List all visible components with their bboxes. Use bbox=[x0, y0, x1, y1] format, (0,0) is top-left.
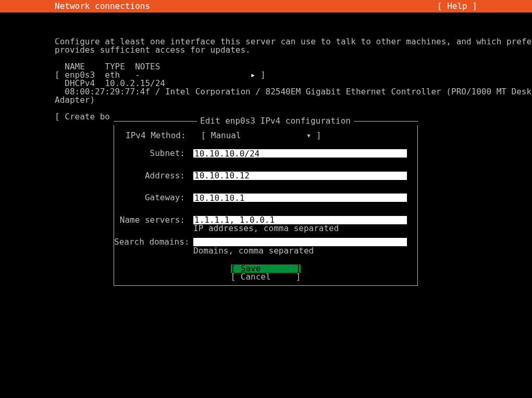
page: Configure at least one interface this se… bbox=[0, 13, 532, 138]
address-label: Address: bbox=[114, 172, 193, 180]
subnet-label: Subnet: bbox=[114, 149, 193, 158]
gateway-label: Gateway: bbox=[114, 194, 193, 202]
cancel-button[interactable]: [ Cancel ] bbox=[231, 273, 301, 281]
title-bar: Network connections [ Help ] bbox=[0, 0, 532, 13]
intro-line-2: provides sufficient access for updates. bbox=[55, 45, 251, 55]
dialog-title: Edit enp0s3 IPv4 configuration bbox=[197, 117, 354, 125]
mac-line-2: Adapter) bbox=[55, 95, 95, 105]
search-domains-hint: Domains, comma separated bbox=[193, 247, 407, 255]
search-domains-label: Search domains: bbox=[114, 238, 193, 246]
dialog-actions: [ Save ] [ Cancel ] bbox=[114, 264, 417, 281]
gateway-input[interactable] bbox=[193, 194, 407, 202]
nameservers-label: Name servers: bbox=[114, 216, 193, 224]
search-domains-input[interactable] bbox=[193, 238, 407, 246]
gateway-row: Gateway: bbox=[114, 194, 417, 202]
ipv4-config-dialog: Edit enp0s3 IPv4 configuration IPv4 Meth… bbox=[114, 117, 418, 286]
ipv4-method-label: IPv4 Method: bbox=[126, 130, 186, 140]
dialog-body: IPv4 Method: [ Manual ▾ ] Subnet: Addres… bbox=[114, 125, 418, 286]
search-domains-row: Search domains: Domains, comma separated bbox=[114, 238, 417, 255]
chevron-right-icon[interactable]: ▸ bbox=[251, 70, 256, 80]
bottom-buttons: [ Done ] [ Back ] bbox=[0, 390, 532, 398]
nameservers-row: Name servers: IP addresses, comma separa… bbox=[114, 216, 417, 233]
address-row: Address: bbox=[114, 172, 417, 180]
address-input[interactable] bbox=[193, 172, 407, 180]
intro-text: Configure at least one interface this se… bbox=[55, 38, 532, 54]
help-button[interactable]: [ Help ] bbox=[437, 2, 532, 10]
interfaces-list: NAME TYPE NOTES [ enp0s3 eth - ▸ ] DHCPv… bbox=[55, 63, 532, 104]
subnet-input[interactable] bbox=[193, 149, 407, 158]
subnet-row: Subnet: bbox=[114, 149, 417, 158]
dialog-title-line: Edit enp0s3 IPv4 configuration bbox=[114, 117, 418, 125]
ipv4-method-row: IPv4 Method: [ Manual ▾ ] bbox=[114, 131, 417, 140]
mac-line: 08:00:27:29:77:4f / Intel Corporation / … bbox=[65, 87, 532, 97]
nameservers-hint: IP addresses, comma separated bbox=[193, 224, 407, 233]
page-title: Network connections bbox=[0, 2, 150, 10]
ipv4-method-select[interactable]: [ Manual ▾ ] bbox=[201, 130, 321, 140]
